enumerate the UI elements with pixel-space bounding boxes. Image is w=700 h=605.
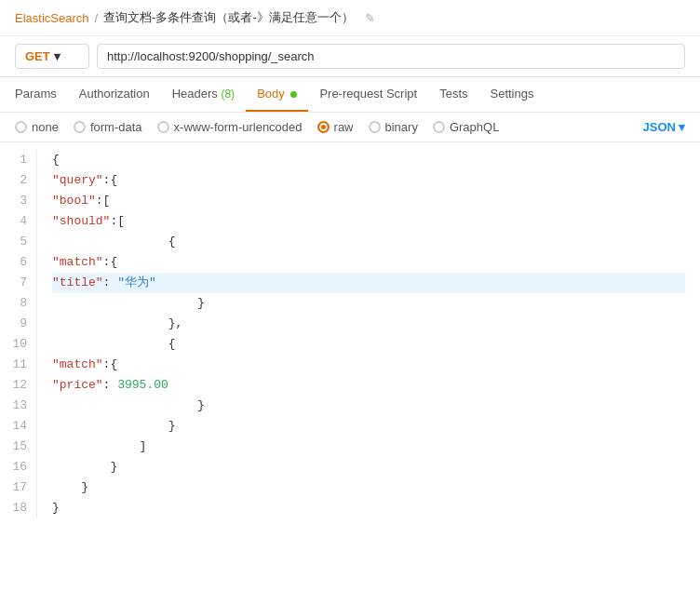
chevron-down-icon: ▾ (679, 120, 685, 134)
line-numbers: 123456789101112131415161718 (0, 150, 37, 518)
line-number: 8 (9, 293, 27, 314)
line-number: 15 (9, 437, 27, 457)
code-line: "price": 3995.00 (52, 375, 685, 396)
breadcrumb-sep: / (94, 11, 98, 25)
code-line: "match":{ (52, 252, 685, 273)
radio-urlencoded (157, 121, 169, 133)
code-editor[interactable]: 123456789101112131415161718 { "query":{ … (0, 142, 700, 526)
code-line: } (52, 498, 685, 518)
option-none-label: none (32, 120, 59, 134)
option-raw[interactable]: raw (317, 120, 354, 134)
headers-badge: (8) (221, 87, 235, 101)
tab-headers[interactable]: Headers (8) (161, 77, 246, 112)
option-raw-label: raw (334, 120, 354, 134)
code-line: } (52, 396, 685, 416)
option-form-data-label: form-data (90, 120, 142, 134)
breadcrumb-title: 查询文档-多条件查询（或者-》满足任意一个） (103, 9, 354, 26)
radio-raw (317, 121, 330, 133)
edit-icon[interactable]: ✎ (365, 11, 375, 25)
code-line: } (52, 457, 685, 477)
line-number: 16 (9, 457, 27, 477)
body-dot (290, 91, 297, 98)
option-urlencoded-label: x-www-form-urlencoded (174, 120, 303, 134)
line-number: 11 (9, 355, 27, 375)
json-format-select[interactable]: JSON ▾ (643, 120, 685, 134)
tab-prerequest[interactable]: Pre-request Script (308, 77, 428, 112)
code-line: "bool":[ (52, 191, 685, 211)
line-number: 5 (9, 232, 27, 252)
tab-tests[interactable]: Tests (428, 77, 478, 112)
chevron-down-icon: ▾ (54, 49, 61, 63)
code-line: "should":[ (52, 211, 685, 232)
code-line: ] (52, 437, 685, 457)
option-form-data[interactable]: form-data (74, 120, 142, 134)
tab-params[interactable]: Params (15, 77, 68, 112)
line-number: 3 (9, 191, 27, 211)
method-text: GET (25, 49, 50, 63)
code-line: "title": "华为" (52, 273, 685, 293)
line-number: 2 (9, 170, 27, 191)
code-line: { (52, 150, 685, 170)
tab-settings[interactable]: Settings (479, 77, 545, 112)
radio-binary (369, 121, 381, 133)
code-line: }, (52, 314, 685, 334)
tabs-bar: Params Authorization Headers (8) Body Pr… (0, 77, 700, 113)
line-number: 7 (9, 273, 27, 293)
code-line: } (52, 293, 685, 314)
code-line: } (52, 416, 685, 437)
line-number: 18 (9, 498, 27, 518)
code-line: } (52, 477, 685, 498)
line-number: 17 (9, 477, 27, 498)
radio-form-data (74, 121, 86, 133)
option-binary[interactable]: binary (369, 120, 418, 134)
code-line: { (52, 232, 685, 252)
option-none[interactable]: none (15, 120, 59, 134)
line-number: 13 (9, 396, 27, 416)
line-number: 4 (9, 211, 27, 232)
option-binary-label: binary (385, 120, 418, 134)
breadcrumb: ElasticSearch / 查询文档-多条件查询（或者-》满足任意一个） ✎ (0, 0, 700, 36)
line-number: 12 (9, 375, 27, 396)
line-number: 6 (9, 252, 27, 273)
code-line: "query":{ (52, 170, 685, 191)
option-graphql-label: GraphQL (450, 120, 499, 134)
option-graphql[interactable]: GraphQL (433, 120, 499, 134)
tab-body[interactable]: Body (246, 77, 308, 112)
line-number: 14 (9, 416, 27, 437)
method-select[interactable]: GET ▾ (15, 44, 89, 69)
breadcrumb-root[interactable]: ElasticSearch (15, 11, 88, 25)
url-bar: GET ▾ (0, 36, 700, 77)
code-line: { (52, 334, 685, 355)
line-number: 10 (9, 334, 27, 355)
url-input[interactable] (97, 44, 685, 69)
code-line: "match":{ (52, 355, 685, 375)
line-number: 1 (9, 150, 27, 170)
radio-graphql (433, 121, 445, 133)
code-content[interactable]: { "query":{ "bool":[ "should":[ { "match… (37, 150, 700, 518)
json-label: JSON (643, 120, 676, 134)
option-urlencoded[interactable]: x-www-form-urlencoded (157, 120, 303, 134)
tab-authorization[interactable]: Authorization (68, 77, 161, 112)
line-number: 9 (9, 314, 27, 334)
radio-none (15, 121, 27, 133)
body-options: none form-data x-www-form-urlencoded raw… (0, 113, 700, 142)
